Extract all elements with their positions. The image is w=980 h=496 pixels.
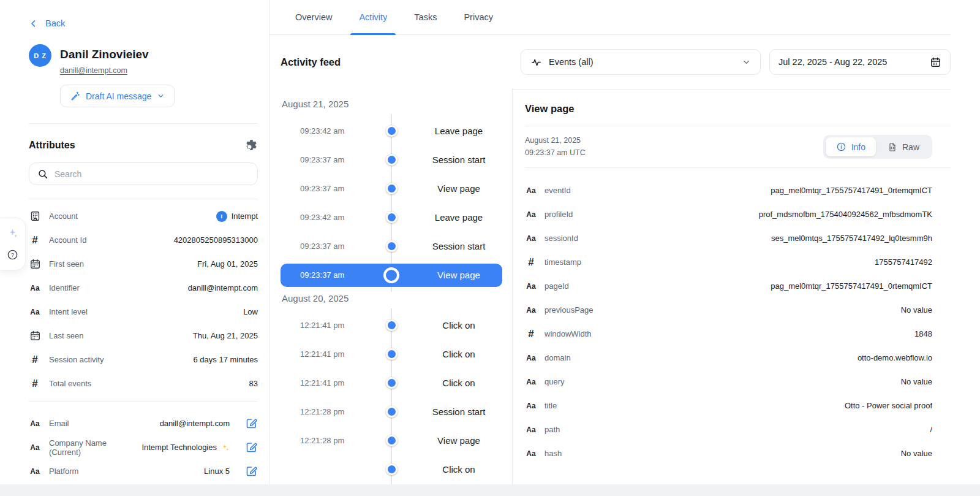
floating-helper-pill: ? <box>0 218 26 270</box>
timeline-event[interactable]: 09:23:42 amLeave page <box>281 116 502 145</box>
text-attribute-icon: Aa <box>525 449 537 458</box>
text-attribute-icon: Aa <box>525 425 537 434</box>
number-attribute-icon: # <box>29 235 41 245</box>
field-value: No value <box>901 377 932 386</box>
attribute-value-text: Linux 5 <box>204 467 230 476</box>
timeline-event[interactable]: 12:21:28 pmView page <box>281 426 502 455</box>
number-attribute-icon: # <box>525 329 537 339</box>
gear-icon[interactable] <box>245 139 258 151</box>
divider <box>29 123 258 124</box>
chevron-down-icon <box>742 58 751 67</box>
edit-attribute-button[interactable] <box>245 441 258 454</box>
timeline-event[interactable]: 12:21:41 pmClick on <box>281 368 502 397</box>
timeline-event[interactable]: 12:21:41 pmClick on <box>281 311 502 340</box>
field-key: query <box>545 377 565 386</box>
date-range-picker[interactable]: Jul 22, 2025 - Aug 22, 2025 <box>769 49 951 75</box>
tab-activity[interactable]: Activity <box>348 0 398 34</box>
event-date: August 21, 2025 <box>525 135 586 147</box>
timeline-event[interactable]: 09:23:37 amView page <box>281 174 502 203</box>
text-attribute-icon: Aa <box>525 306 537 315</box>
event-field-row: AaeventIdpag_mel0mtqr_1755757417491_0rte… <box>525 178 932 202</box>
event-dot <box>386 125 398 137</box>
attribute-search[interactable] <box>29 162 258 185</box>
info-tab[interactable]: Info <box>826 137 876 156</box>
code-file-icon <box>888 142 897 152</box>
draft-ai-message-button[interactable]: Draft AI message <box>60 85 175 107</box>
text-attribute-icon: Aa <box>525 234 537 243</box>
raw-label: Raw <box>902 142 919 152</box>
text-attribute-icon: Aa <box>525 282 537 291</box>
profile-header: D Z Danil Zinovieiev danill@intempt.com <box>29 44 258 75</box>
timeline-event[interactable]: 09:23:37 amSession start <box>281 145 502 174</box>
timeline-event[interactable]: 09:23:42 amLeave page <box>281 203 502 232</box>
event-detail-panel: View page August 21, 2025 09:23:37 am UT… <box>512 89 951 484</box>
svg-text:?: ? <box>11 252 14 258</box>
event-label: Session start <box>415 406 502 417</box>
text-attribute-icon: Aa <box>29 284 41 292</box>
event-field-row: AaqueryNo value <box>525 370 932 394</box>
field-value: pag_mel0mtqr_1755757417491_0rtemqmICT <box>771 186 932 195</box>
sparkles-icon[interactable] <box>7 227 18 239</box>
field-key: previousPage <box>545 305 594 315</box>
event-label: Session start <box>415 241 502 251</box>
text-attribute-icon: Aa <box>525 354 537 362</box>
event-time: 09:23:42 am <box>300 126 368 135</box>
text-attribute-icon: Aa <box>525 402 537 410</box>
attribute-value-text: danill@intempt.com <box>188 283 258 292</box>
tab-tasks[interactable]: Tasks <box>403 0 448 34</box>
events-filter-value: Events (all) <box>549 57 594 67</box>
events-filter-select[interactable]: Events (all) <box>521 49 761 75</box>
timeline-event[interactable]: 09:23:37 amSession start <box>281 232 502 261</box>
timeline-group: 12:21:41 pmClick on12:21:41 pmClick on12… <box>281 311 502 484</box>
activity-timeline: August 21, 202509:23:42 amLeave page09:2… <box>270 89 512 484</box>
text-attribute-icon: Aa <box>29 467 41 476</box>
attribute-label: Account Id <box>49 235 86 245</box>
event-dot <box>383 267 399 283</box>
event-time: 09:23:37 am UTC <box>525 147 586 159</box>
field-key: pageId <box>545 281 569 291</box>
tab-privacy[interactable]: Privacy <box>453 0 504 34</box>
attribute-row: Last seenThu, Aug 21, 2025 <box>29 324 258 348</box>
event-label: Click on <box>415 464 502 475</box>
search-input[interactable] <box>55 169 249 179</box>
timeline-event[interactable]: 12:21:41 pmClick on <box>281 340 502 368</box>
event-field-row: AapageIdpag_mel0mtqr_1755757417491_0rtem… <box>525 274 932 298</box>
attributes-list: AccountIIntempt#Account Id42028052508953… <box>29 199 258 395</box>
attribute-value: 83 <box>249 379 258 388</box>
timeline-event[interactable]: 12:21:28 pmSession start <box>281 397 502 426</box>
attribute-label: Last seen <box>49 331 83 340</box>
event-dot-cell <box>368 435 415 446</box>
event-time: 12:21:41 pm <box>300 349 368 359</box>
back-button[interactable]: Back <box>29 18 258 28</box>
calendar-icon <box>930 56 941 68</box>
profile-page: Back D Z Danil Zinovieiev danill@intempt… <box>0 0 980 484</box>
event-dot-cell <box>368 183 415 194</box>
timeline-event[interactable]: Click on <box>281 455 502 484</box>
timeline-event-selected[interactable]: 09:23:37 amView page <box>281 264 502 287</box>
attribute-label: Account <box>49 212 78 221</box>
edit-attribute-button[interactable] <box>245 417 258 430</box>
attribute-label: Platform <box>49 467 78 476</box>
pulse-icon <box>530 56 542 68</box>
field-key: windowWidth <box>545 329 592 338</box>
event-dot <box>386 212 398 223</box>
attribute-value-text: Low <box>243 307 258 316</box>
number-attribute-icon: # <box>29 354 41 365</box>
view-mode-toggle: Info Raw <box>823 135 932 159</box>
help-icon[interactable]: ? <box>7 249 18 261</box>
event-label: View page <box>415 183 502 194</box>
profile-email[interactable]: danill@intempt.com <box>60 66 149 75</box>
event-time: 09:23:37 am <box>300 155 368 164</box>
event-time: 12:21:41 pm <box>300 378 368 387</box>
event-dot <box>386 435 398 446</box>
event-dot <box>386 183 398 194</box>
event-dot-cell <box>368 406 415 418</box>
tab-overview[interactable]: Overview <box>284 0 343 34</box>
edit-attribute-button[interactable] <box>245 465 258 478</box>
divider <box>29 401 258 402</box>
event-field-row: AatitleOtto - Power social proof <box>525 394 932 418</box>
raw-tab[interactable]: Raw <box>877 137 930 156</box>
attribute-label: Company Name (Current) <box>49 438 134 457</box>
attribute-row: AccountIIntempt <box>29 204 258 228</box>
attribute-value-text: Intempt <box>232 212 258 221</box>
